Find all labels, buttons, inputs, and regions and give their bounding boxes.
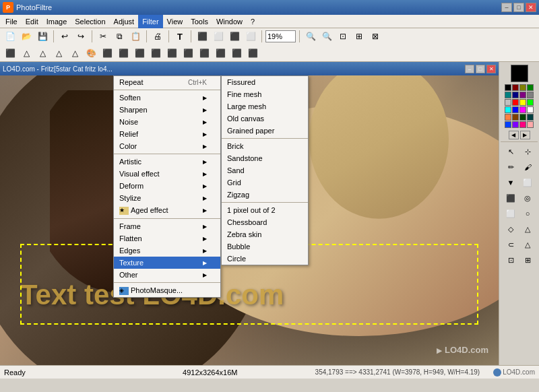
tool-wand[interactable]: ⊹ bbox=[519, 144, 536, 159]
filter-photomasque[interactable]: ◈PhotoMasque... bbox=[114, 284, 220, 297]
toolbar-extra13[interactable]: ⬛ bbox=[197, 46, 212, 60]
texture-grainedpaper[interactable]: Grained paper bbox=[222, 125, 308, 137]
filter-soften[interactable]: Soften bbox=[114, 92, 220, 104]
toolbar-save[interactable]: 💾 bbox=[35, 30, 50, 43]
toolbar-cut[interactable]: ✂ bbox=[96, 30, 110, 43]
texture-bubble[interactable]: Bubble bbox=[222, 240, 308, 253]
color-cyan[interactable] bbox=[505, 106, 511, 113]
tool-stamp[interactable]: ⬛ bbox=[503, 191, 519, 205]
tool-brush[interactable]: 🖌 bbox=[519, 160, 536, 174]
zoom-input[interactable] bbox=[265, 30, 296, 42]
tool-ellipse-select[interactable]: ○ bbox=[519, 206, 536, 221]
toolbar-fit2[interactable]: ⊠ bbox=[368, 30, 383, 43]
tool-triangle[interactable]: △ bbox=[519, 222, 536, 236]
close-button[interactable]: ✕ bbox=[526, 3, 536, 12]
color-yellow[interactable] bbox=[519, 99, 526, 106]
texture-finemesh[interactable]: Fine mesh bbox=[222, 88, 308, 100]
color-silver[interactable] bbox=[505, 99, 511, 106]
toolbar-extra2[interactable]: △ bbox=[19, 46, 34, 60]
toolbar-zoom-out[interactable]: 🔍 bbox=[319, 30, 334, 43]
toolbar-extra1[interactable]: ⬛ bbox=[3, 46, 18, 60]
color-purple[interactable] bbox=[519, 92, 526, 98]
toolbar-new[interactable]: 📄 bbox=[3, 30, 18, 43]
texture-zigzag[interactable]: Zigzag bbox=[222, 189, 308, 201]
toolbar-extra14[interactable]: ⬛ bbox=[213, 46, 228, 60]
texture-sand[interactable]: Sand bbox=[222, 164, 308, 176]
scroll-right[interactable]: ▶ bbox=[520, 131, 530, 139]
texture-oldcanvas[interactable]: Old canvas bbox=[222, 112, 308, 125]
menu-help[interactable]: ? bbox=[247, 15, 259, 28]
filter-frame[interactable]: Frame bbox=[114, 220, 220, 232]
toolbar-extra7[interactable]: ⬛ bbox=[100, 46, 115, 60]
foreground-color[interactable] bbox=[511, 65, 528, 82]
toolbar-open[interactable]: 📂 bbox=[19, 30, 34, 43]
filter-artistic[interactable]: Artistic bbox=[114, 156, 220, 168]
tool-eraser[interactable]: ⬜ bbox=[519, 175, 536, 190]
color-navy[interactable] bbox=[512, 92, 519, 98]
color-white[interactable] bbox=[527, 106, 534, 113]
tool-select[interactable]: ↖ bbox=[503, 144, 519, 159]
menu-window[interactable]: Window bbox=[212, 15, 247, 28]
toolbar-btn3[interactable]: ⬛ bbox=[227, 30, 242, 43]
tool-extra2[interactable]: ⊞ bbox=[519, 253, 536, 267]
color-violet[interactable] bbox=[512, 121, 519, 128]
color-olive[interactable] bbox=[519, 84, 526, 91]
color-magenta[interactable] bbox=[519, 106, 526, 113]
color-blue[interactable] bbox=[512, 106, 519, 113]
toolbar-print[interactable]: 🖨 bbox=[150, 30, 165, 43]
texture-chessboard[interactable]: Chessboard bbox=[222, 216, 308, 228]
toolbar-fit[interactable]: ⊡ bbox=[336, 30, 350, 43]
doc-minimize[interactable]: – bbox=[465, 65, 474, 73]
color-orange[interactable] bbox=[505, 114, 511, 121]
color-gray[interactable] bbox=[527, 92, 534, 98]
filter-sharpen[interactable]: Sharpen bbox=[114, 104, 220, 116]
tool-rect-select[interactable]: ⬜ bbox=[503, 206, 519, 221]
color-brown[interactable] bbox=[512, 114, 519, 121]
toolbar-extra3[interactable]: △ bbox=[35, 46, 50, 60]
toolbar-extra4[interactable]: △ bbox=[51, 46, 66, 60]
toolbar-extra8[interactable]: ⬛ bbox=[116, 46, 131, 60]
tool-blur[interactable]: ◎ bbox=[519, 191, 536, 205]
toolbar-t[interactable]: T bbox=[172, 30, 187, 43]
toolbar-extra9[interactable]: ⬛ bbox=[132, 46, 147, 60]
filter-relief[interactable]: Relief bbox=[114, 128, 220, 140]
color-black[interactable] bbox=[505, 84, 511, 91]
texture-brick[interactable]: Brick bbox=[222, 140, 308, 152]
texture-sandstone[interactable]: Sandstone bbox=[222, 152, 308, 164]
toolbar-extra11[interactable]: ⬛ bbox=[164, 46, 179, 60]
toolbar-btn4[interactable]: ⬜ bbox=[243, 30, 258, 43]
toolbar-copy[interactable]: ⧉ bbox=[112, 30, 127, 43]
toolbar-extra6[interactable]: 🎨 bbox=[84, 46, 98, 60]
scroll-left[interactable]: ◀ bbox=[509, 131, 519, 139]
color-hotpink[interactable] bbox=[519, 121, 526, 128]
menu-image[interactable]: Image bbox=[42, 15, 71, 28]
filter-texture[interactable]: Texture bbox=[114, 257, 220, 269]
color-lime[interactable] bbox=[527, 99, 534, 106]
menu-selection[interactable]: Selection bbox=[71, 15, 109, 28]
texture-circle[interactable]: Circle bbox=[222, 253, 308, 265]
tool-diamond[interactable]: ◇ bbox=[503, 222, 519, 236]
toolbar-btn1[interactable]: ⬛ bbox=[195, 30, 210, 43]
color-lightpink[interactable] bbox=[527, 121, 534, 128]
texture-1pixel[interactable]: 1 pixel out of 2 bbox=[222, 204, 308, 216]
maximize-button[interactable]: □ bbox=[513, 3, 524, 12]
tool-extra1[interactable]: ⊡ bbox=[503, 253, 519, 267]
toolbar-zoom-in[interactable]: 🔍 bbox=[303, 30, 318, 43]
color-darkgreen[interactable] bbox=[519, 114, 526, 121]
color-darkteal[interactable] bbox=[527, 114, 534, 121]
filter-noise[interactable]: Noise bbox=[114, 116, 220, 128]
toolbar-extra10[interactable]: ⬛ bbox=[148, 46, 163, 60]
doc-maximize[interactable]: □ bbox=[476, 65, 485, 73]
color-cornblue[interactable] bbox=[505, 121, 511, 128]
toolbar-extra15[interactable]: ⬛ bbox=[229, 46, 244, 60]
toolbar-actual[interactable]: ⊞ bbox=[352, 30, 367, 43]
filter-other[interactable]: Other bbox=[114, 269, 220, 281]
texture-largemesh[interactable]: Large mesh bbox=[222, 100, 308, 112]
filter-edges[interactable]: Edges bbox=[114, 244, 220, 257]
tool-fill[interactable]: ▼ bbox=[503, 175, 519, 190]
filter-repeat[interactable]: Repeat Ctrl+K bbox=[114, 76, 220, 88]
color-green[interactable] bbox=[527, 84, 534, 91]
texture-grid[interactable]: Grid bbox=[222, 176, 308, 189]
color-red[interactable] bbox=[512, 99, 519, 106]
toolbar-extra12[interactable]: ⬛ bbox=[181, 46, 195, 60]
